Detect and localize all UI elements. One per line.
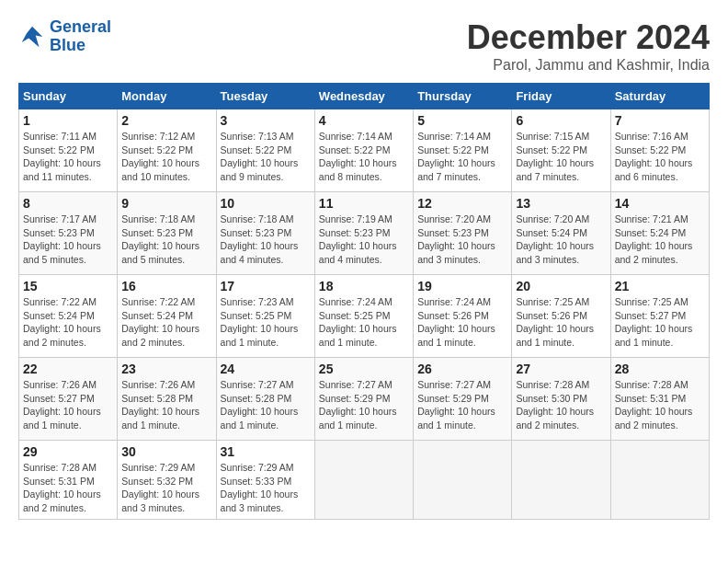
day-cell-4: 4Sunrise: 7:14 AM Sunset: 5:22 PM Daylig… <box>314 109 413 192</box>
day-info: Sunrise: 7:14 AM Sunset: 5:22 PM Dayligh… <box>417 130 507 184</box>
day-number: 10 <box>221 196 311 211</box>
day-cell-19: 19Sunrise: 7:24 AM Sunset: 5:26 PM Dayli… <box>414 275 512 358</box>
day-number: 15 <box>23 279 113 293</box>
header-row: SundayMondayTuesdayWednesdayThursdayFrid… <box>19 84 710 109</box>
day-cell-12: 12Sunrise: 7:20 AM Sunset: 5:23 PM Dayli… <box>414 192 512 275</box>
day-number: 12 <box>417 196 507 211</box>
day-info: Sunrise: 7:29 AM Sunset: 5:33 PM Dayligh… <box>221 461 311 515</box>
day-info: Sunrise: 7:28 AM Sunset: 5:31 PM Dayligh… <box>23 461 113 515</box>
day-cell-29: 29Sunrise: 7:28 AM Sunset: 5:31 PM Dayli… <box>19 441 118 520</box>
calendar-body: 1Sunrise: 7:11 AM Sunset: 5:22 PM Daylig… <box>19 109 710 520</box>
day-number: 3 <box>221 113 311 128</box>
day-info: Sunrise: 7:22 AM Sunset: 5:24 PM Dayligh… <box>121 295 211 350</box>
day-number: 8 <box>23 196 113 211</box>
day-cell-1: 1Sunrise: 7:11 AM Sunset: 5:22 PM Daylig… <box>19 109 118 192</box>
day-info: Sunrise: 7:21 AM Sunset: 5:24 PM Dayligh… <box>615 213 705 267</box>
logo-text: General Blue <box>50 18 111 55</box>
day-cell-5: 5Sunrise: 7:14 AM Sunset: 5:22 PM Daylig… <box>414 109 512 192</box>
day-number: 26 <box>417 362 507 376</box>
header-cell-saturday: Saturday <box>610 84 709 109</box>
empty-cell <box>414 441 512 520</box>
day-info: Sunrise: 7:27 AM Sunset: 5:29 PM Dayligh… <box>417 378 507 432</box>
day-cell-3: 3Sunrise: 7:13 AM Sunset: 5:22 PM Daylig… <box>216 109 314 192</box>
day-info: Sunrise: 7:15 AM Sunset: 5:22 PM Dayligh… <box>516 130 606 184</box>
day-cell-16: 16Sunrise: 7:22 AM Sunset: 5:24 PM Dayli… <box>118 275 216 358</box>
header-cell-tuesday: Tuesday <box>216 84 314 109</box>
day-info: Sunrise: 7:24 AM Sunset: 5:26 PM Dayligh… <box>417 295 507 350</box>
header-cell-friday: Friday <box>512 84 610 109</box>
day-info: Sunrise: 7:26 AM Sunset: 5:28 PM Dayligh… <box>121 378 211 432</box>
day-number: 30 <box>121 444 211 459</box>
header-cell-wednesday: Wednesday <box>314 84 413 109</box>
day-info: Sunrise: 7:13 AM Sunset: 5:22 PM Dayligh… <box>221 130 311 184</box>
day-info: Sunrise: 7:20 AM Sunset: 5:24 PM Dayligh… <box>516 213 606 267</box>
day-number: 11 <box>319 196 409 211</box>
calendar-week-4: 22Sunrise: 7:26 AM Sunset: 5:27 PM Dayli… <box>19 358 710 441</box>
empty-cell <box>512 441 610 520</box>
day-info: Sunrise: 7:17 AM Sunset: 5:23 PM Dayligh… <box>23 213 113 267</box>
day-number: 28 <box>615 362 705 376</box>
day-info: Sunrise: 7:25 AM Sunset: 5:27 PM Dayligh… <box>615 295 705 350</box>
day-number: 16 <box>121 279 211 293</box>
day-cell-8: 8Sunrise: 7:17 AM Sunset: 5:23 PM Daylig… <box>19 192 118 275</box>
title-block: December 2024 Parol, Jammu and Kashmir, … <box>467 18 710 74</box>
month-title: December 2024 <box>467 18 710 57</box>
day-number: 25 <box>319 362 409 376</box>
day-cell-14: 14Sunrise: 7:21 AM Sunset: 5:24 PM Dayli… <box>610 192 709 275</box>
day-info: Sunrise: 7:27 AM Sunset: 5:28 PM Dayligh… <box>221 378 311 432</box>
day-cell-7: 7Sunrise: 7:16 AM Sunset: 5:22 PM Daylig… <box>610 109 709 192</box>
calendar-week-2: 8Sunrise: 7:17 AM Sunset: 5:23 PM Daylig… <box>19 192 710 275</box>
day-cell-30: 30Sunrise: 7:29 AM Sunset: 5:32 PM Dayli… <box>118 441 216 520</box>
day-number: 1 <box>23 113 113 128</box>
header-cell-monday: Monday <box>118 84 216 109</box>
day-cell-24: 24Sunrise: 7:27 AM Sunset: 5:28 PM Dayli… <box>216 358 314 441</box>
day-info: Sunrise: 7:18 AM Sunset: 5:23 PM Dayligh… <box>221 213 311 267</box>
day-info: Sunrise: 7:14 AM Sunset: 5:22 PM Dayligh… <box>319 130 409 184</box>
day-cell-2: 2Sunrise: 7:12 AM Sunset: 5:22 PM Daylig… <box>118 109 216 192</box>
day-cell-9: 9Sunrise: 7:18 AM Sunset: 5:23 PM Daylig… <box>118 192 216 275</box>
day-cell-11: 11Sunrise: 7:19 AM Sunset: 5:23 PM Dayli… <box>314 192 413 275</box>
logo-icon <box>18 23 46 51</box>
header-cell-sunday: Sunday <box>19 84 118 109</box>
day-cell-27: 27Sunrise: 7:28 AM Sunset: 5:30 PM Dayli… <box>512 358 610 441</box>
svg-marker-0 <box>22 27 43 48</box>
day-number: 18 <box>319 279 409 293</box>
day-info: Sunrise: 7:23 AM Sunset: 5:25 PM Dayligh… <box>221 295 311 350</box>
day-cell-25: 25Sunrise: 7:27 AM Sunset: 5:29 PM Dayli… <box>314 358 413 441</box>
logo: General Blue <box>18 18 111 55</box>
day-number: 7 <box>615 113 705 128</box>
day-number: 4 <box>319 113 409 128</box>
day-number: 19 <box>417 279 507 293</box>
day-info: Sunrise: 7:25 AM Sunset: 5:26 PM Dayligh… <box>516 295 606 350</box>
calendar-header: SundayMondayTuesdayWednesdayThursdayFrid… <box>19 84 710 109</box>
day-number: 22 <box>23 362 113 376</box>
day-number: 29 <box>23 444 113 459</box>
day-number: 27 <box>516 362 606 376</box>
day-number: 9 <box>121 196 211 211</box>
day-cell-20: 20Sunrise: 7:25 AM Sunset: 5:26 PM Dayli… <box>512 275 610 358</box>
day-info: Sunrise: 7:28 AM Sunset: 5:30 PM Dayligh… <box>516 378 606 432</box>
day-number: 14 <box>615 196 705 211</box>
day-cell-23: 23Sunrise: 7:26 AM Sunset: 5:28 PM Dayli… <box>118 358 216 441</box>
day-info: Sunrise: 7:18 AM Sunset: 5:23 PM Dayligh… <box>121 213 211 267</box>
day-number: 23 <box>121 362 211 376</box>
day-cell-17: 17Sunrise: 7:23 AM Sunset: 5:25 PM Dayli… <box>216 275 314 358</box>
day-cell-31: 31Sunrise: 7:29 AM Sunset: 5:33 PM Dayli… <box>216 441 314 520</box>
day-info: Sunrise: 7:16 AM Sunset: 5:22 PM Dayligh… <box>615 130 705 184</box>
day-number: 5 <box>417 113 507 128</box>
day-cell-10: 10Sunrise: 7:18 AM Sunset: 5:23 PM Dayli… <box>216 192 314 275</box>
day-info: Sunrise: 7:20 AM Sunset: 5:23 PM Dayligh… <box>417 213 507 267</box>
day-cell-26: 26Sunrise: 7:27 AM Sunset: 5:29 PM Dayli… <box>414 358 512 441</box>
day-info: Sunrise: 7:22 AM Sunset: 5:24 PM Dayligh… <box>23 295 113 350</box>
day-number: 31 <box>221 444 311 459</box>
day-cell-18: 18Sunrise: 7:24 AM Sunset: 5:25 PM Dayli… <box>314 275 413 358</box>
calendar-week-5: 29Sunrise: 7:28 AM Sunset: 5:31 PM Dayli… <box>19 441 710 520</box>
day-number: 17 <box>221 279 311 293</box>
day-number: 2 <box>121 113 211 128</box>
day-info: Sunrise: 7:27 AM Sunset: 5:29 PM Dayligh… <box>319 378 409 432</box>
day-info: Sunrise: 7:29 AM Sunset: 5:32 PM Dayligh… <box>121 461 211 515</box>
page-header: General Blue December 2024 Parol, Jammu … <box>18 18 710 74</box>
day-cell-22: 22Sunrise: 7:26 AM Sunset: 5:27 PM Dayli… <box>19 358 118 441</box>
day-info: Sunrise: 7:11 AM Sunset: 5:22 PM Dayligh… <box>23 130 113 184</box>
day-number: 20 <box>516 279 606 293</box>
